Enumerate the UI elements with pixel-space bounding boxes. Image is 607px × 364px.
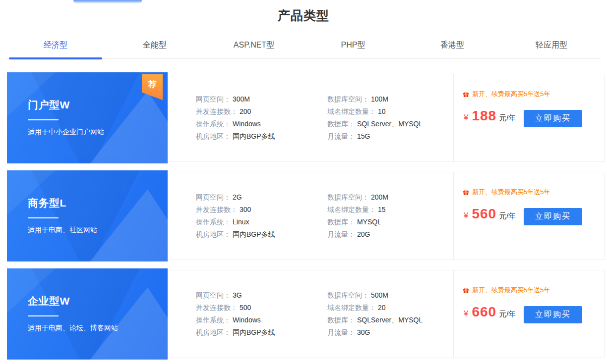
spec-value: Windows (233, 316, 261, 324)
spec-label: 网页空间： (196, 193, 231, 201)
spec-label: 操作系统： (196, 218, 231, 226)
tab-0[interactable]: 经济型 (6, 32, 105, 58)
spec-value: 100M (371, 95, 388, 103)
product-card: 企业型W 适用于电商、论坛、博客网站 网页空间：3G 并发连接数：500 操作系… (7, 270, 605, 358)
banner-content: 商务型L 适用于电商、社区网站 (7, 170, 168, 235)
active-tab-underline (9, 57, 102, 59)
spec-value: SQLServer、MYSQL (357, 120, 423, 128)
spec-value: 200 (240, 107, 251, 115)
price-area: 新开、续费最高买5年送5年 ¥ 188 元/年 立即购买 (453, 74, 604, 161)
product-card: 商务型L 适用于电商、社区网站 网页空间：2G 并发连接数：300 操作系统：L… (7, 172, 605, 260)
spec-line: 月流量：20G (327, 228, 388, 241)
spec-col-left: 网页空间：2G 并发连接数：300 操作系统：Linux 机房地区：国内BGP多… (196, 172, 327, 260)
promo-text: 新开、续费最高买5年送5年 (472, 188, 550, 197)
spec-label: 网页空间： (196, 95, 231, 103)
spec-line: 域名绑定数量：15 (327, 204, 388, 216)
spec-area: 网页空间：300M 并发连接数：200 操作系统：Windows 机房地区：国内… (168, 74, 453, 161)
spec-value: Windows (233, 120, 261, 128)
product-banner: 商务型L 适用于电商、社区网站 (7, 170, 168, 261)
tab-2[interactable]: ASP.NET型 (204, 32, 304, 58)
spec-label: 数据库空间： (327, 291, 369, 299)
spec-line: 月流量：15G (327, 130, 423, 143)
spec-value: 500 (240, 304, 251, 312)
spec-line: 并发连接数：200 (196, 105, 327, 118)
spec-value: 500M (371, 291, 388, 299)
spec-label: 机房地区： (196, 132, 231, 140)
spec-value: 10 (378, 107, 386, 115)
spec-line: 域名绑定数量：10 (327, 105, 423, 118)
gift-icon (463, 189, 469, 196)
spec-value: 15G (357, 132, 370, 140)
spec-line: 机房地区：国内BGP多线 (196, 130, 327, 143)
price: ¥ 660 元/年 (464, 304, 516, 320)
price-area: 新开、续费最高买5年送5年 ¥ 560 元/年 立即购买 (453, 172, 604, 260)
currency-symbol: ¥ (464, 309, 468, 319)
spec-value: 2G (233, 193, 242, 201)
price-unit: 元/年 (499, 113, 516, 123)
spec-line: 操作系统：Windows (196, 314, 327, 326)
spec-value: 300 (240, 206, 251, 213)
spec-line: 机房地区：国内BGP多线 (196, 228, 327, 241)
price-unit: 元/年 (499, 310, 516, 319)
page: 产品类型 经济型 全能型 ASP.NET型 PHP型 香港型 轻应用型 门户型W (0, 0, 607, 364)
spec-line: 网页空间：3G (196, 289, 327, 302)
buy-now-button[interactable]: 立即购买 (524, 208, 582, 225)
spec-label: 数据库空间： (327, 193, 369, 201)
product-name: 商务型L (28, 196, 168, 210)
product-name: 企业型W (28, 294, 168, 308)
spec-value: 20 (378, 304, 386, 312)
spec-line: 并发连接数：300 (196, 204, 327, 216)
recommended-badge-label: 荐 (142, 79, 163, 90)
spec-line: 网页空间：2G (196, 191, 327, 204)
tab-1[interactable]: 全能型 (105, 32, 204, 58)
tab-4[interactable]: 香港型 (403, 32, 502, 58)
spec-line: 网页空间：300M (196, 93, 327, 105)
tab-5[interactable]: 轻应用型 (502, 32, 601, 58)
buy-now-button[interactable]: 立即购买 (524, 110, 582, 127)
spec-label: 月流量： (327, 328, 355, 336)
banner-content: 企业型W 适用于电商、论坛、博客网站 (7, 268, 168, 333)
spec-value: 国内BGP多线 (233, 230, 275, 238)
product-card: 门户型W 适用于中小企业门户网站 荐 网页空间：300M 并发连接数：200 操… (7, 74, 605, 162)
product-description: 适用于电商、论坛、博客网站 (28, 324, 168, 333)
spec-label: 并发连接数： (196, 304, 238, 312)
title-underline (28, 119, 59, 120)
spec-line: 域名绑定数量：20 (327, 302, 423, 314)
spec-value: 30G (357, 328, 370, 336)
spec-label: 域名绑定数量： (327, 206, 376, 213)
spec-label: 数据库空间： (327, 95, 369, 103)
tab-3[interactable]: PHP型 (304, 32, 403, 58)
spec-value: Linux (233, 218, 249, 226)
spec-label: 数据库： (327, 218, 355, 226)
spec-value: 国内BGP多线 (233, 328, 275, 336)
spec-label: 域名绑定数量： (327, 304, 376, 312)
cutoff-blue-bar (73, 0, 142, 3)
spec-line: 数据库空间：100M (327, 93, 423, 105)
spec-line: 机房地区：国内BGP多线 (196, 326, 327, 339)
buy-now-button[interactable]: 立即购买 (524, 306, 582, 323)
tab-label: 经济型 (44, 40, 67, 51)
spec-col-left: 网页空间：3G 并发连接数：500 操作系统：Windows 机房地区：国内BG… (196, 270, 327, 358)
spec-value: 国内BGP多线 (233, 132, 275, 140)
spec-line: 操作系统：Linux (196, 216, 327, 228)
spec-label: 网页空间： (196, 291, 231, 299)
product-banner: 企业型W 适用于电商、论坛、博客网站 (7, 268, 168, 360)
product-type-tabs: 经济型 全能型 ASP.NET型 PHP型 香港型 轻应用型 (6, 32, 601, 59)
spec-col-right: 数据库空间：100M 域名绑定数量：10 数据库：SQLServer、MYSQL… (327, 74, 423, 161)
spec-line: 数据库空间：200M (327, 191, 388, 204)
product-description: 适用于中小企业门户网站 (28, 128, 168, 137)
price-amount: 188 (472, 108, 496, 124)
spec-label: 操作系统： (196, 120, 231, 128)
currency-symbol: ¥ (464, 211, 468, 221)
spec-line: 月流量：30G (327, 326, 423, 339)
spec-area: 网页空间：3G 并发连接数：500 操作系统：Windows 机房地区：国内BG… (168, 270, 453, 358)
price: ¥ 560 元/年 (464, 206, 516, 222)
spec-label: 数据库： (327, 316, 355, 324)
spec-line: 数据库：SQLServer、MYSQL (327, 314, 423, 326)
gift-icon (463, 91, 469, 98)
tab-label: ASP.NET型 (234, 40, 274, 51)
spec-label: 操作系统： (196, 316, 231, 324)
price-unit: 元/年 (499, 211, 516, 221)
price-area: 新开、续费最高买5年送5年 ¥ 660 元/年 立即购买 (453, 270, 604, 358)
tab-label: 香港型 (440, 40, 464, 51)
